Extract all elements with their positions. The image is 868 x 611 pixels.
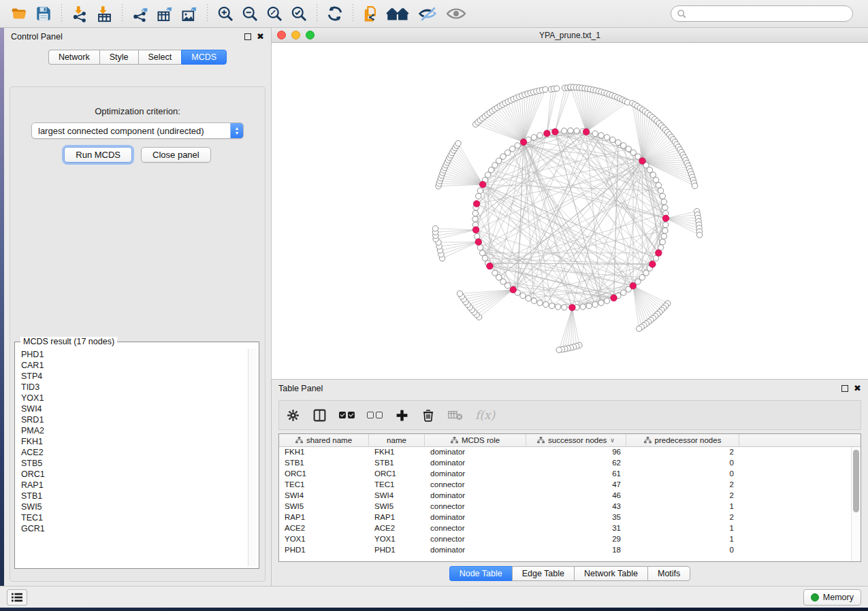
- table-tab-network-table[interactable]: Network Table: [574, 566, 647, 581]
- mcds-hub-node: [487, 263, 494, 269]
- export-network-icon[interactable]: [130, 3, 150, 24]
- table-cell: 2: [626, 512, 739, 523]
- table-row[interactable]: ORC1ORC1dominator610: [279, 469, 861, 480]
- export-image-icon[interactable]: [179, 3, 199, 24]
- table-cell: PHD1: [279, 545, 369, 556]
- export-table-icon[interactable]: [155, 3, 175, 24]
- close-table-panel-icon[interactable]: ✖: [854, 385, 861, 392]
- optimization-criterion-select[interactable]: largest connected component (undirected)…: [31, 122, 244, 139]
- control-tab-select[interactable]: Select: [138, 50, 182, 65]
- column-header-shared-name[interactable]: shared name: [279, 434, 369, 446]
- add-column-icon[interactable]: [395, 408, 409, 423]
- mcds-node-item[interactable]: FKH1: [21, 436, 257, 447]
- close-panel-icon[interactable]: ✖: [257, 33, 264, 40]
- search-field[interactable]: [691, 9, 847, 18]
- mcds-node-item[interactable]: PHD1: [21, 349, 257, 360]
- mcds-node-item[interactable]: RAP1: [21, 480, 257, 491]
- float-panel-icon[interactable]: [244, 33, 251, 40]
- hide-selected-icon[interactable]: [415, 3, 440, 24]
- table-cell: 43: [526, 501, 626, 512]
- table-row[interactable]: FKH1FKH1dominator962: [279, 447, 861, 458]
- mcds-hub-node: [656, 250, 662, 257]
- mcds-result-list[interactable]: PHD1CAR1STP4TID3YOX1SWI4SRD1PMA2FKH1ACE2…: [17, 349, 257, 566]
- list-icon: [11, 592, 23, 603]
- mcds-node-item[interactable]: YOX1: [21, 393, 257, 403]
- mcds-list-scrollbar[interactable]: [248, 349, 257, 566]
- memory-button[interactable]: Memory: [803, 589, 861, 606]
- table-tab-edge-table[interactable]: Edge Table: [512, 566, 574, 581]
- zoom-in-icon[interactable]: [215, 3, 236, 24]
- column-header-name[interactable]: name: [369, 434, 425, 446]
- task-history-button[interactable]: [7, 589, 27, 606]
- table-rows: FKH1FKH1dominator962STB1STB1dominator620…: [279, 447, 861, 556]
- control-tab-network[interactable]: Network: [48, 50, 99, 65]
- table-row[interactable]: RAP1RAP1dominator352: [279, 512, 861, 523]
- table-cell: SWI5: [279, 501, 369, 512]
- mcds-node-item[interactable]: TID3: [21, 382, 257, 393]
- import-network-icon[interactable]: [69, 3, 90, 24]
- mcds-node-item[interactable]: STB1: [21, 491, 257, 501]
- mcds-node-item[interactable]: GCR1: [21, 523, 257, 534]
- table-tab-motifs[interactable]: Motifs: [647, 566, 690, 581]
- table-cell: SWI4: [369, 491, 425, 501]
- zoom-out-icon[interactable]: [240, 3, 260, 24]
- first-neighbors-icon[interactable]: [385, 3, 411, 24]
- zoom-fit-icon[interactable]: [264, 3, 285, 24]
- table-tab-node-table[interactable]: Node Table: [449, 566, 512, 581]
- table-row[interactable]: TEC1TEC1connector472: [279, 480, 861, 491]
- table-row[interactable]: SWI4SWI4dominator462: [279, 491, 861, 501]
- mcds-node-item[interactable]: TEC1: [21, 512, 257, 523]
- column-header-predecessor-nodes[interactable]: predecessor nodes: [626, 434, 739, 446]
- select-all-icon[interactable]: [339, 412, 355, 418]
- mcds-node-item[interactable]: SWI4: [21, 403, 257, 414]
- apply-function-icon: f(x): [475, 408, 495, 422]
- control-tab-style[interactable]: Style: [99, 50, 138, 65]
- mcds-node-item[interactable]: ACE2: [21, 447, 257, 458]
- table-cell: dominator: [425, 447, 526, 458]
- refresh-view-icon[interactable]: [325, 3, 345, 24]
- table-scrollbar[interactable]: [851, 447, 861, 561]
- table-row[interactable]: ACE2ACE2connector311: [279, 523, 861, 534]
- table-scrollbar-thumb[interactable]: [853, 450, 859, 512]
- table-cell: 61: [526, 469, 626, 480]
- table-cell: 2: [626, 480, 739, 491]
- table-cell: 1: [626, 523, 739, 534]
- table-cell: dominator: [425, 469, 526, 480]
- delete-table-icon: [447, 408, 463, 422]
- open-session-icon[interactable]: [9, 3, 29, 24]
- close-panel-button[interactable]: Close panel: [141, 147, 211, 163]
- table-row[interactable]: STB1STB1dominator620: [279, 458, 861, 469]
- mcds-node-item[interactable]: SWI5: [21, 501, 257, 512]
- column-header-MCDS-role[interactable]: MCDS role: [425, 434, 526, 446]
- mcds-hub-node: [473, 201, 480, 208]
- zoom-selected-icon[interactable]: [289, 3, 309, 24]
- table-row[interactable]: SWI5SWI5connector431: [279, 501, 861, 512]
- deselect-all-icon[interactable]: [367, 412, 383, 418]
- import-table-icon[interactable]: [94, 3, 114, 24]
- mcds-node-item[interactable]: STB5: [21, 458, 257, 469]
- mcds-node-item[interactable]: PMA2: [21, 425, 257, 436]
- table-row[interactable]: PHD1PHD1dominator180: [279, 545, 861, 556]
- delete-column-icon[interactable]: [421, 408, 435, 423]
- show-all-icon[interactable]: [444, 3, 468, 24]
- table-cell: 0: [626, 545, 739, 556]
- search-input[interactable]: [671, 5, 853, 22]
- network-window-titlebar[interactable]: YPA_prune.txt_1: [272, 28, 868, 43]
- column-header-successor-nodes[interactable]: successor nodes∨: [526, 434, 626, 446]
- column-layout-icon[interactable]: [312, 408, 327, 423]
- table-options-icon[interactable]: [286, 408, 300, 423]
- mcds-node-item[interactable]: ORC1: [21, 469, 257, 480]
- table-row[interactable]: YOX1YOX1connector291: [279, 534, 861, 545]
- network-canvas[interactable]: [272, 43, 868, 379]
- mcds-node-item[interactable]: CAR1: [21, 360, 257, 371]
- table-cell: 46: [526, 491, 626, 501]
- control-tab-mcds[interactable]: MCDS: [181, 50, 227, 65]
- duplicate-network-icon[interactable]: [361, 3, 381, 24]
- save-session-icon[interactable]: [33, 3, 54, 24]
- float-table-panel-icon[interactable]: [841, 385, 848, 392]
- table-cell: ORC1: [369, 469, 425, 480]
- mcds-node-item[interactable]: STP4: [21, 371, 257, 382]
- table-cell: 47: [526, 480, 626, 491]
- mcds-node-item[interactable]: SRD1: [21, 414, 257, 425]
- run-mcds-button[interactable]: Run MCDS: [64, 147, 132, 163]
